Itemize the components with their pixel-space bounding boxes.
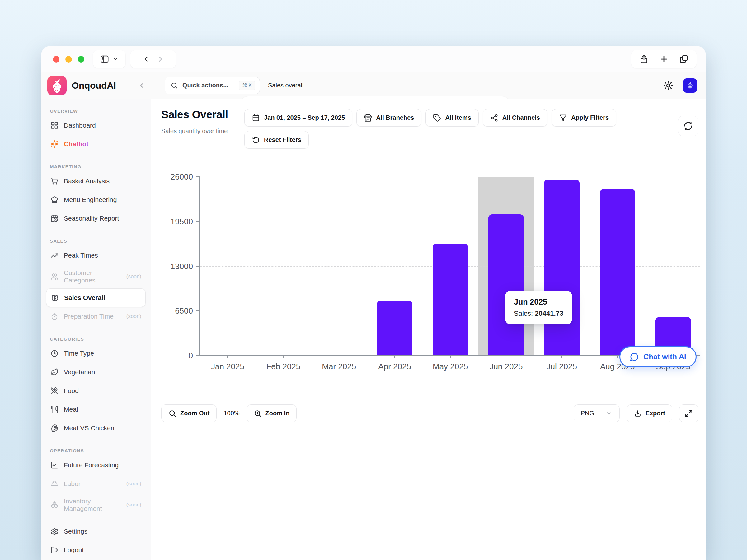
chevron-down-icon [112,56,119,62]
sidebar-item-label: Customer Categories [64,269,121,284]
steak-icon [50,424,58,432]
timer-icon [50,312,58,320]
export-format-select[interactable]: PNG [574,404,620,422]
utensils-icon [50,405,58,414]
sidebar-item-menu-engineering[interactable]: Menu Engineering [46,190,146,209]
sidebar-item-label: Time Type [64,350,94,357]
export-button[interactable]: Export [626,404,672,422]
filter-button-label: All Items [445,114,471,121]
zoom-out-icon [169,409,177,418]
page-subtitle: Sales quantity over time [161,126,233,136]
bar-jun-2025[interactable] [488,214,524,355]
close-window-button[interactable] [53,56,59,62]
sales-bar-chart[interactable]: 06500130001950026000Jan 2025Feb 2025Mar … [199,177,700,355]
back-button[interactable] [142,55,150,63]
gear-icon [50,527,58,535]
receipt-dollar-icon [51,294,59,302]
sidebar-footer: SettingsLogout [41,518,151,559]
all-items-button[interactable]: All Items [426,109,479,127]
sidebar-item-label: Vegetarian [64,368,95,376]
sidebar-item-customer-categories: Customer Categories(soon) [46,265,146,288]
sidebar-item-meat-vs-chicken[interactable]: Meat VS Chicken [46,419,146,437]
jan-01-2025-sep-17-2025-button[interactable]: Jan 01, 2025 – Sep 17, 2025 [244,109,352,127]
sidebar-item-basket-analysis[interactable]: Basket Analysis [46,172,146,190]
chat-with-ai-button[interactable]: Chat with AI [619,346,697,367]
all-channels-button[interactable]: All Channels [483,109,547,127]
tooltip-title: Jun 2025 [514,297,563,306]
zoom-in-button[interactable]: Zoom In [247,404,297,422]
expand-icon [685,409,693,418]
x-axis-label: Mar 2025 [322,362,356,371]
quick-actions-search[interactable]: Quick actions... ⌘ K [165,77,260,94]
sidebar-item-inventory-management: Inventory Management(soon) [46,493,146,517]
clock-icon [50,349,58,357]
sidebar-item-sales-overall[interactable]: Sales Overall [46,288,146,307]
sidebar-section-operations: OPERATIONS [50,448,142,453]
bar-apr-2025[interactable] [377,300,412,355]
y-axis-label: 6500 [175,306,193,316]
app-brand: OnqoudAI [41,72,151,99]
all-branches-button[interactable]: All Branches [356,109,421,127]
sidebar-item-label: Inventory Management [64,498,121,512]
sidebar-item-chatbot[interactable]: Chatbot [46,135,146,153]
desktop: app.onqoud.com A 文 [0,0,747,560]
fullscreen-button[interactable] [679,404,698,422]
calendar-icon [252,114,260,122]
header-divider [161,156,700,156]
soon-badge: (soon) [126,502,141,508]
y-axis-tick [196,177,200,177]
browser-window: app.onqoud.com A 文 [41,46,706,560]
theme-toggle-sun-icon[interactable] [663,80,673,91]
share-icon[interactable] [639,54,649,64]
apply-filters-button[interactable]: Apply Filters [551,109,616,127]
sidebar-item-logout[interactable]: Logout [46,541,146,559]
chat-with-ai-label: Chat with AI [643,352,686,361]
y-axis-label: 19500 [171,216,193,226]
sidebar-item-peak-times[interactable]: Peak Times [46,246,146,265]
sidebar-item-label: Dashboard [64,122,96,129]
search-icon [171,82,178,89]
browser-chrome: app.onqoud.com A 文 [41,46,706,72]
filter-button-label: All Branches [376,114,414,121]
bar-jul-2025[interactable] [544,180,579,355]
new-tab-icon[interactable] [659,54,669,64]
zoom-window-button[interactable] [78,56,84,62]
x-axis-label: Feb 2025 [266,362,300,371]
x-axis-label: Jul 2025 [546,362,577,371]
forward-button[interactable] [157,55,165,63]
tabs-overview-icon[interactable] [679,54,689,64]
browser-sidebar-toggle-button[interactable] [93,50,125,68]
app-header: OnqoudAI Quick actions... ⌘ K Sales over… [41,72,706,99]
refresh-button[interactable] [678,116,698,136]
sidebar-item-seasonality-report[interactable]: Seasonality Report [46,209,146,228]
bar-aug-2025[interactable] [600,189,635,355]
sidebar-item-label: Preparation Time [64,313,113,320]
zoom-out-button[interactable]: Zoom Out [161,404,216,422]
sidebar-item-label: Food [64,387,79,395]
soon-badge: (soon) [126,481,141,487]
x-axis-tick [450,355,451,358]
bar-may-2025[interactable] [433,244,468,355]
sidebar-item-meal[interactable]: Meal [46,400,146,419]
sidebar-item-food[interactable]: Food [46,381,146,400]
x-axis-tick [227,355,228,358]
sidebar-item-future-forecasting[interactable]: Future Forecasting [46,456,146,475]
sidebar-collapse-icon[interactable] [138,82,145,89]
sparkles-icon [50,140,58,148]
app-name: OnqoudAI [72,80,116,91]
x-axis-tick [506,355,507,358]
sidebar-item-time-type[interactable]: Time Type [46,344,146,363]
sidebar-item-dashboard[interactable]: Dashboard [46,116,146,135]
sidebar-item-label: Meal [64,406,78,413]
user-avatar[interactable] [683,78,697,93]
sidebar-item-settings[interactable]: Settings [46,522,146,541]
minimize-window-button[interactable] [66,56,72,62]
sidebar-item-label: Future Forecasting [64,461,119,469]
filter-button-label: Jan 01, 2025 – Sep 17, 2025 [264,114,345,121]
sidebar-item-vegetarian[interactable]: Vegetarian [46,363,146,381]
reset-filters-button[interactable]: Reset Filters [244,131,309,149]
calendar-clock-icon [50,214,58,222]
sidebar-item-labor: Labor(soon) [46,475,146,493]
panel-left-icon [100,54,109,64]
chart-tooltip: Jun 2025 Sales: 20441.73 [505,291,572,324]
